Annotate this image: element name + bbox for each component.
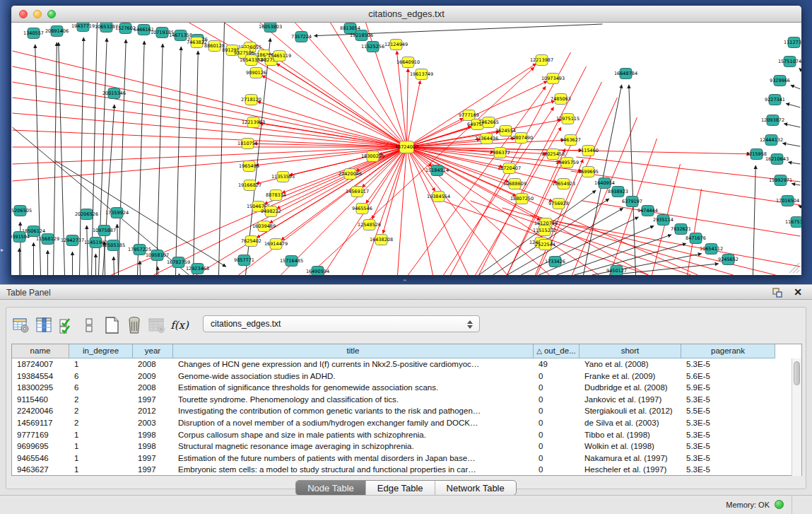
table-cell[interactable]: 5.5E-5 — [681, 405, 775, 417]
select-all-rows-button[interactable] — [56, 315, 77, 335]
network-table-dropdown[interactable]: citations_edges.txt — [203, 315, 480, 332]
edge[interactable] — [799, 206, 801, 206]
table-cell[interactable]: 1 — [69, 440, 133, 452]
citation-edge[interactable] — [407, 81, 420, 147]
table-cell[interactable]: 0 — [534, 382, 579, 394]
edge[interactable] — [782, 144, 800, 146]
select-columns-button[interactable] — [33, 315, 54, 335]
column-header-out_de[interactable]: △out_de... — [534, 344, 579, 358]
graph-node-16490594[interactable]: 16490594 — [306, 267, 329, 276]
edge[interactable] — [87, 226, 88, 275]
table-row[interactable]: 946554611997Estimation of the future num… — [12, 452, 801, 465]
table-cell[interactable]: 18724007 — [12, 358, 69, 370]
window-resize-grip-icon[interactable] — [787, 261, 800, 274]
table-cell[interactable]: Estimation of the future numbers of pati… — [173, 452, 534, 465]
table-row[interactable]: 1872400712008Changes of HCN gene express… — [12, 358, 801, 370]
table-cell[interactable]: Franke et al. (2009) — [579, 370, 681, 382]
graph-node-19654923[interactable]: 19654923 — [552, 179, 575, 189]
graph-node-15751074[interactable]: 15751074 — [778, 57, 801, 67]
citation-edge[interactable] — [582, 201, 801, 236]
table-cell[interactable]: Investigating the contribution of common… — [173, 405, 534, 417]
edge[interactable] — [792, 184, 800, 185]
edge[interactable] — [176, 47, 182, 275]
table-cell[interactable]: 0 — [534, 429, 579, 441]
graph-node-6379197[interactable]: 6379197 — [622, 197, 642, 207]
table-cell[interactable]: Jankovic et al. (1997) — [579, 394, 681, 406]
edge[interactable] — [753, 165, 756, 275]
edge[interactable] — [158, 267, 158, 275]
table-row[interactable]: 1456911722003Disruption of a novel membe… — [12, 417, 801, 429]
table-panel-titlebar[interactable]: Table Panel ✕ — [0, 284, 812, 300]
edge[interactable] — [799, 68, 801, 69]
table-cell[interactable]: Tourette syndrome. Phenomenology and cla… — [173, 394, 534, 406]
graph-node-19613749[interactable]: 19613749 — [410, 69, 433, 80]
table-row[interactable]: 2242004622012Investigating the contribut… — [12, 405, 801, 417]
column-header-name[interactable]: name — [12, 344, 69, 358]
table-cell[interactable]: 1997 — [133, 464, 173, 476]
graph-node-19166827[interactable]: 19166827 — [238, 180, 261, 191]
table-cell[interactable]: 9699695 — [12, 440, 69, 452]
panel-resize-handle-icon[interactable]: ▸ — [1, 246, 7, 254]
citation-edge[interactable] — [13, 98, 407, 147]
graph-node-20891406[interactable]: 20891406 — [45, 26, 69, 37]
row-height-button[interactable] — [78, 315, 100, 335]
table-cell[interactable]: Tibbo et al. (1998) — [579, 429, 681, 441]
table-cell[interactable]: 9463627 — [12, 464, 69, 476]
edge[interactable] — [119, 40, 126, 275]
graph-node-21364436[interactable]: 21364436 — [475, 134, 498, 144]
table-cell[interactable]: Nakamura et al. (1997) — [579, 452, 681, 465]
edge[interactable] — [138, 41, 145, 275]
table-cell[interactable]: 0 — [534, 440, 579, 452]
table-cell[interactable]: 2003 — [133, 417, 173, 429]
graph-node-9463627[interactable]: 9463627 — [560, 135, 581, 146]
table-cell[interactable]: Yano et al. (2008) — [579, 358, 681, 370]
graph-node-19437719[interactable]: 19437719 — [71, 23, 95, 32]
graph-node-14569117[interactable]: 14569117 — [346, 187, 369, 197]
table-cell[interactable]: 19384554 — [12, 370, 69, 382]
table-cell[interactable]: 2008 — [133, 358, 173, 370]
table-cell[interactable]: 2008 — [133, 382, 173, 394]
scrollbar-thumb[interactable] — [794, 361, 800, 385]
table-cell[interactable]: 1997 — [133, 452, 173, 465]
column-header-short[interactable]: short — [579, 344, 681, 358]
table-cell[interactable]: 22420046 — [12, 405, 69, 417]
close-panel-icon[interactable]: ✕ — [794, 286, 802, 298]
table-cell[interactable]: 9115460 — [12, 394, 69, 406]
table-cell[interactable]: 5.3E-5 — [681, 452, 775, 465]
table-cell[interactable]: 18300295 — [12, 382, 69, 394]
graph-node-2935114[interactable]: 2935114 — [653, 215, 673, 226]
graph-node-12942737[interactable]: 12942737 — [61, 235, 84, 246]
table-cell[interactable]: 5.3E-5 — [681, 429, 775, 441]
window-titlebar[interactable]: citations_edges.txt — [11, 6, 801, 23]
table-cell[interactable]: Stergiakouli et al. (2012) — [579, 405, 681, 417]
table-cell[interactable]: 2 — [69, 394, 133, 406]
table-cell[interactable]: 2012 — [133, 405, 173, 417]
graph-node-8938923[interactable]: 8938923 — [608, 187, 628, 197]
graph-node-2718120[interactable]: 2718120 — [241, 95, 261, 105]
table-cell[interactable]: 5.3E-5 — [681, 394, 775, 406]
citation-edge[interactable] — [407, 147, 433, 275]
graph-node-11525256[interactable]: 11525256 — [361, 42, 384, 52]
table-cell[interactable]: 2009 — [133, 370, 173, 382]
graph-node-20015346[interactable]: 20015346 — [102, 88, 126, 99]
graph-node-19495759[interactable]: 19495759 — [555, 158, 579, 168]
table-cell[interactable]: Estimation of significance thresholds fo… — [173, 382, 534, 394]
graph-node-15992971[interactable]: 15992971 — [769, 175, 792, 186]
graph-node-9699695[interactable]: 9699695 — [578, 167, 599, 177]
graph-node-16210643[interactable]: 16210643 — [765, 154, 789, 165]
table-cell[interactable]: 1 — [69, 429, 133, 441]
table-settings-button[interactable] — [11, 315, 32, 335]
table-cell[interactable]: Embryonic stem cells: a model to study s… — [173, 464, 534, 476]
import-table-button[interactable] — [146, 315, 167, 335]
table-cell[interactable]: 0 — [534, 464, 579, 476]
graph-node-8878334[interactable]: 8878334 — [266, 190, 286, 201]
edge[interactable] — [219, 23, 225, 275]
table-cell[interactable]: 0 — [534, 405, 579, 417]
graph-node-11353593[interactable]: 11353593 — [271, 172, 295, 182]
table-cell[interactable]: Hescheler et al. (1997) — [579, 464, 681, 476]
table-cell[interactable]: 1 — [69, 358, 133, 370]
node-table[interactable]: namein_degreeyeartitle△out_de...shortpag… — [11, 344, 802, 476]
network-graph-canvas[interactable]: 1340557208914061943771910653287152760264… — [11, 23, 801, 275]
graph-node-16039489[interactable]: 16039489 — [252, 221, 276, 232]
graph-node-10975887[interactable]: 10975887 — [93, 226, 116, 236]
